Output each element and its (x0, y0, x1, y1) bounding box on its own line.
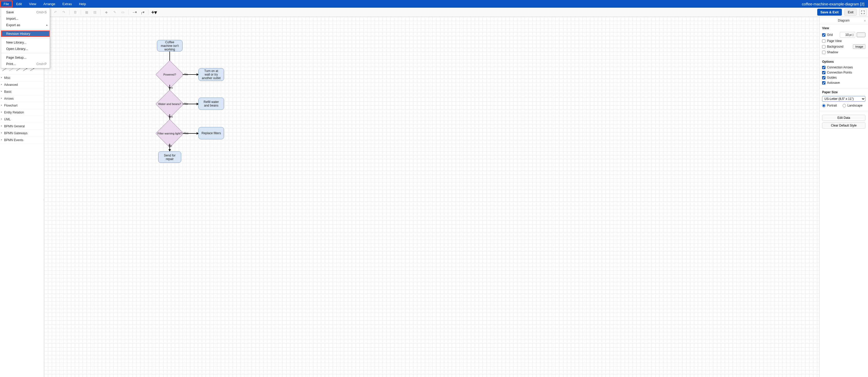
node-start[interactable]: Coffee machine isn't working (157, 40, 183, 52)
fullscreen-icon (861, 10, 865, 14)
shadow-button[interactable]: ▭ (119, 9, 126, 16)
autosave-checkbox[interactable] (822, 81, 826, 84)
autosave-label: Autosave (827, 81, 840, 84)
view-heading: View (822, 26, 865, 30)
background-checkbox[interactable] (822, 45, 826, 48)
exit-button[interactable]: Exit (844, 9, 857, 15)
grid-label: Grid (827, 33, 833, 37)
save-and-exit-button[interactable]: Save & Exit (817, 9, 842, 15)
undo-button[interactable]: ↶ (52, 9, 59, 16)
menu-separator (1, 29, 50, 30)
menu-item-page-setup[interactable]: Page Setup... (1, 54, 50, 61)
papersize-select[interactable]: US-Letter (8,5" x 11") (822, 96, 865, 102)
landscape-radio[interactable] (843, 104, 846, 107)
delete-button[interactable]: 🗑 (71, 9, 79, 16)
edit-data-button[interactable]: Edit Data (822, 115, 865, 121)
pageview-checkbox[interactable] (822, 39, 826, 43)
menubar: File Edit View Arrange Extras Help coffe… (0, 0, 868, 8)
menu-item-label: Import... (6, 16, 19, 21)
svg-line-41 (23, 68, 27, 71)
menu-item-print[interactable]: Print... Cmd+P (1, 61, 50, 67)
menu-item-open-library[interactable]: Open Library... (1, 45, 50, 52)
redo-button[interactable]: ↷ (60, 9, 67, 16)
menu-item-import[interactable]: Import... (1, 15, 50, 22)
to-back-button[interactable]: ▧ (91, 9, 98, 16)
menu-item-label: Revision History (6, 32, 30, 36)
section-misc[interactable]: Misc (0, 74, 44, 81)
connection-points-checkbox[interactable] (822, 71, 826, 74)
section-advanced[interactable]: Advanced (0, 81, 44, 88)
panel-close-button[interactable]: × (864, 19, 866, 23)
node-decision-powered[interactable]: Powered? (154, 64, 185, 85)
background-image-button[interactable]: Image (853, 44, 865, 49)
grid-stepper[interactable]: ▲▼ (852, 33, 854, 37)
shadow-label: Shadow (827, 50, 838, 54)
insert-button[interactable]: +▾ (151, 9, 158, 16)
canvas[interactable]: Coffee machine isn't working Powered? No… (44, 17, 819, 377)
section-bpmn-events[interactable]: BPMN Events (0, 137, 44, 144)
options-heading: Options (822, 60, 865, 64)
connection-arrows-checkbox[interactable] (822, 66, 826, 69)
landscape-label: Landscape (847, 104, 863, 107)
shadow-checkbox[interactable] (822, 51, 826, 54)
section-arrows[interactable]: Arrows (0, 95, 44, 102)
svg-line-39 (9, 68, 13, 71)
edge (183, 133, 197, 134)
grid-checkbox[interactable] (822, 33, 826, 37)
node-action-refill[interactable]: Refill water and beans (198, 98, 224, 110)
waypoint-style-button[interactable]: ┌▾ (139, 9, 146, 16)
node-end[interactable]: Send for repair (158, 151, 181, 163)
menu-file[interactable]: File (0, 1, 12, 7)
fill-color-button[interactable]: ◆ (103, 9, 110, 16)
connection-style-button[interactable]: →▾ (131, 9, 138, 16)
menu-edit[interactable]: Edit (12, 1, 25, 7)
grid-size-input[interactable] (841, 32, 849, 37)
to-front-button[interactable]: ▦ (83, 9, 90, 16)
line-color-button[interactable]: ✎ (111, 9, 118, 16)
node-decision-water-beans[interactable]: Water and beans? (154, 94, 185, 114)
section-bpmn-general[interactable]: BPMN General (0, 123, 44, 130)
toolbar-separator (69, 9, 69, 15)
grid-unit: pt (849, 33, 851, 36)
node-label: Filter warning light? (157, 132, 183, 135)
section-entity-relation[interactable]: Entity Relation (0, 109, 44, 116)
background-label: Background (827, 45, 843, 48)
fullscreen-button[interactable] (859, 9, 866, 16)
menu-item-label: Print... (6, 62, 16, 66)
clear-default-style-button[interactable]: Clear Default Style (822, 123, 865, 129)
node-label: Powered? (157, 73, 183, 76)
menu-item-export-as[interactable]: Export as ▸ (1, 22, 50, 28)
menu-item-save[interactable]: Save Cmd+S (1, 9, 50, 15)
menu-item-label: Page Setup... (6, 56, 26, 60)
format-panel: Diagram × View Grid pt ▲▼ Page View (819, 17, 868, 377)
main-area: Text (0, 17, 868, 377)
edge (183, 104, 197, 104)
menu-item-shortcut: Cmd+P (36, 62, 46, 66)
menu-help[interactable]: Help (75, 1, 90, 7)
node-action-turn-on[interactable]: Turn on at wall or try another outlet (198, 68, 224, 81)
section-uml[interactable]: UML (0, 116, 44, 123)
papersize-heading: Paper Size (822, 91, 865, 94)
file-dropdown: Save Cmd+S Import... Export as ▸ Revisio… (1, 8, 50, 68)
menu-extras[interactable]: Extras (59, 1, 75, 7)
node-action-replace-filters[interactable]: Replace filters (198, 127, 224, 139)
portrait-radio[interactable] (822, 104, 826, 107)
menu-item-label: Export as (6, 23, 20, 27)
shape-sections: Misc Advanced Basic Arrows Flowchart Ent… (0, 74, 44, 377)
menu-item-revision-history[interactable]: Revision History (1, 31, 50, 37)
menu-arrange[interactable]: Arrange (40, 1, 59, 7)
section-flowchart[interactable]: Flowchart (0, 102, 44, 109)
edge (183, 74, 197, 75)
document-title: coffee-machine-example-diagram [2] (802, 2, 866, 6)
menu-view[interactable]: View (25, 1, 40, 7)
svg-line-38 (3, 68, 7, 71)
section-basic[interactable]: Basic (0, 88, 44, 95)
grid-size-spinner[interactable]: pt ▲▼ (840, 32, 855, 38)
guides-checkbox[interactable] (822, 76, 826, 79)
menu-item-new-library[interactable]: New Library... (1, 39, 50, 45)
grid-color-swatch[interactable] (857, 33, 865, 37)
node-decision-filter-light[interactable]: Filter warning light? (154, 123, 185, 144)
svg-line-43 (30, 68, 34, 71)
section-bpmn-gateways[interactable]: BPMN Gateways (0, 130, 44, 137)
pageview-label: Page View (827, 39, 842, 43)
